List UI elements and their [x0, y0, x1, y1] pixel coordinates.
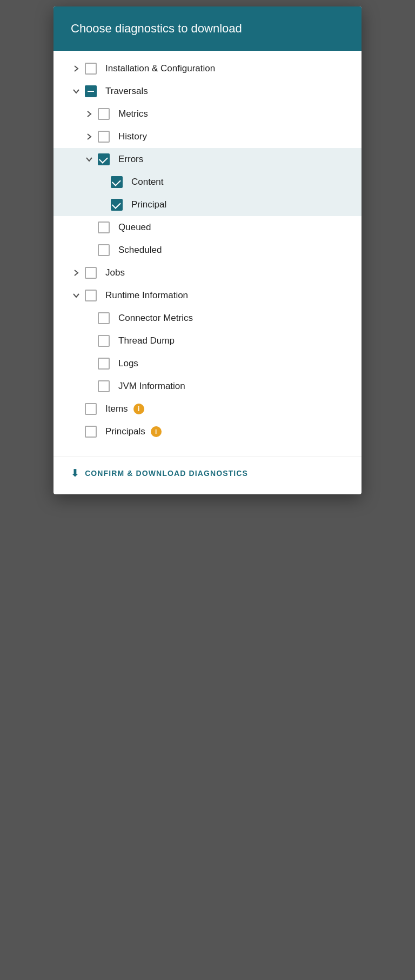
checkbox-principals[interactable]: [85, 426, 97, 438]
checkbox-errors[interactable]: [98, 153, 110, 165]
chevron-right-icon: [71, 267, 82, 278]
label-jobs: Jobs: [105, 267, 125, 278]
tree-item-metrics[interactable]: Metrics: [53, 103, 362, 125]
modal-body: Installation & ConfigurationTraversalsMe…: [53, 51, 362, 456]
label-principal: Principal: [131, 199, 166, 210]
label-queued: Queued: [118, 222, 151, 233]
tree-item-principal[interactable]: Principal: [53, 193, 362, 216]
chevron-right-icon: [84, 131, 95, 142]
checkbox-metrics[interactable]: [98, 108, 110, 120]
checkbox-runtime[interactable]: [85, 290, 97, 301]
checkbox-principal[interactable]: [111, 199, 123, 211]
tree-item-logs[interactable]: Logs: [53, 352, 362, 375]
checkbox-traversals[interactable]: [85, 85, 97, 97]
checkbox-thread-dump[interactable]: [98, 335, 110, 347]
chevron-right-icon: [71, 63, 82, 74]
modal-footer: ⬇ CONFIRM & DOWNLOAD DIAGNOSTICS: [53, 456, 362, 494]
info-icon-items[interactable]: i: [133, 404, 144, 414]
chevron-down-icon: [84, 154, 95, 165]
label-installation: Installation & Configuration: [105, 63, 215, 74]
tree-item-traversals[interactable]: Traversals: [53, 80, 362, 103]
confirm-download-button[interactable]: ⬇ CONFIRM & DOWNLOAD DIAGNOSTICS: [71, 467, 248, 479]
checkbox-items[interactable]: [85, 403, 97, 415]
modal-header: Choose diagnostics to download: [53, 6, 362, 51]
modal: Choose diagnostics to download Installat…: [53, 6, 362, 494]
confirm-label: CONFIRM & DOWNLOAD DIAGNOSTICS: [85, 469, 248, 478]
tree-item-jvm[interactable]: JVM Information: [53, 375, 362, 398]
label-thread-dump: Thread Dump: [118, 335, 175, 346]
label-items: Items: [105, 404, 128, 414]
tree-item-installation[interactable]: Installation & Configuration: [53, 57, 362, 80]
download-icon: ⬇: [71, 467, 79, 479]
checkbox-logs[interactable]: [98, 358, 110, 370]
tree-item-items[interactable]: Itemsi: [53, 398, 362, 420]
label-runtime: Runtime Information: [105, 290, 188, 301]
tree-item-errors[interactable]: Errors: [53, 148, 362, 171]
checkbox-jvm[interactable]: [98, 380, 110, 392]
tree-item-runtime[interactable]: Runtime Information: [53, 284, 362, 307]
label-traversals: Traversals: [105, 86, 148, 97]
checkbox-queued[interactable]: [98, 221, 110, 233]
info-icon-principals[interactable]: i: [151, 426, 162, 437]
label-connector-metrics: Connector Metrics: [118, 313, 193, 324]
checkbox-installation[interactable]: [85, 63, 97, 75]
label-history: History: [118, 131, 147, 142]
checkbox-connector-metrics[interactable]: [98, 312, 110, 324]
tree-item-history[interactable]: History: [53, 125, 362, 148]
checkbox-content[interactable]: [111, 176, 123, 188]
label-scheduled: Scheduled: [118, 245, 162, 256]
tree-item-principals[interactable]: Principalsi: [53, 420, 362, 443]
tree-item-thread-dump[interactable]: Thread Dump: [53, 330, 362, 352]
chevron-right-icon: [84, 109, 95, 119]
label-principals: Principals: [105, 426, 145, 437]
checkbox-scheduled[interactable]: [98, 244, 110, 256]
tree-item-jobs[interactable]: Jobs: [53, 261, 362, 284]
tree-item-scheduled[interactable]: Scheduled: [53, 239, 362, 261]
tree-item-connector-metrics[interactable]: Connector Metrics: [53, 307, 362, 330]
label-errors: Errors: [118, 154, 143, 165]
chevron-down-icon: [71, 86, 82, 97]
tree-item-queued[interactable]: Queued: [53, 216, 362, 239]
modal-title: Choose diagnostics to download: [71, 22, 344, 36]
chevron-down-icon: [71, 290, 82, 301]
label-jvm: JVM Information: [118, 381, 185, 392]
label-content: Content: [131, 177, 164, 187]
checkbox-history[interactable]: [98, 131, 110, 143]
label-metrics: Metrics: [118, 109, 148, 119]
checkbox-jobs[interactable]: [85, 267, 97, 279]
label-logs: Logs: [118, 358, 138, 369]
tree-item-content[interactable]: Content: [53, 171, 362, 193]
